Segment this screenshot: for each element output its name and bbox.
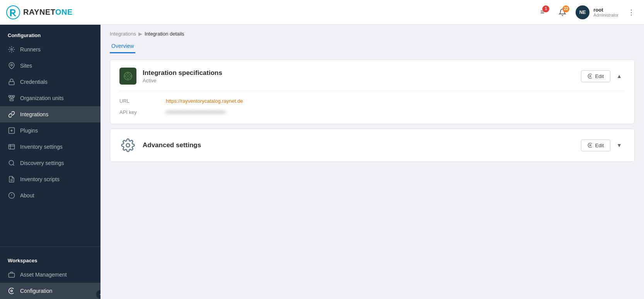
credentials-icon [8, 78, 15, 86]
svg-point-2 [11, 64, 13, 66]
breadcrumb: Integrations ▶ Integration details [101, 25, 644, 37]
sidebar-item-integrations[interactable]: Integrations [0, 106, 101, 122]
logo-icon [6, 5, 20, 19]
advanced-settings-card: Advanced settings Edit ▼ [110, 129, 635, 162]
sidebar-label-configuration: Configuration [20, 288, 52, 294]
sidebar-label-inventory-scripts: Inventory scripts [20, 176, 60, 182]
svg-rect-7 [10, 99, 14, 101]
specs-title: Integration specifications [143, 69, 222, 77]
user-name: root [593, 7, 618, 13]
url-value: https://rayventorycatalog.raynet.de [166, 97, 625, 105]
sidebar-label-plugins: Plugins [20, 127, 38, 134]
svg-rect-9 [9, 144, 15, 149]
card-header-specs: Integration specifications Active Edit ▲ [119, 68, 625, 85]
integrations-icon [8, 110, 15, 118]
card-title-area-specs: Integration specifications Active [119, 68, 222, 85]
plugins-icon [8, 127, 15, 134]
notifications-btn[interactable]: 22 [555, 5, 569, 19]
avatar: NE [576, 5, 589, 19]
logo: RAYNETONE [6, 5, 73, 19]
user-role: Administrator [593, 13, 618, 17]
sidebar-item-sites[interactable]: Sites [0, 58, 101, 74]
collapse-specs-btn[interactable]: ▲ [613, 70, 625, 82]
edit-specs-btn[interactable]: Edit [581, 70, 610, 82]
asset-management-icon [8, 271, 15, 279]
sidebar-item-asset-management[interactable]: Asset Management [0, 267, 101, 283]
content-area: Integrations ▶ Integration details Overv… [101, 25, 644, 299]
sidebar-item-inventory-scripts[interactable]: Inventory scripts [0, 171, 101, 187]
sidebar-item-about[interactable]: About [0, 187, 101, 204]
configuration-section-title: Configuration [0, 25, 101, 41]
svg-rect-5 [11, 95, 13, 97]
main-layout: Configuration Runners Sites Credentials … [0, 25, 644, 299]
integration-icon [119, 68, 136, 85]
edit-advanced-btn[interactable]: Edit [581, 139, 610, 151]
tabs-area: Overview [101, 37, 644, 53]
card-header-advanced: Advanced settings Edit ▼ [119, 137, 625, 154]
user-menu[interactable]: NE root Administrator [576, 5, 618, 19]
menu-icon-btn[interactable]: ≡ 1 [535, 5, 549, 19]
app-header: RAYNETONE ≡ 1 22 NE root Administrator ⋮ [0, 0, 644, 25]
sidebar-item-discovery-settings[interactable]: Discovery settings [0, 155, 101, 171]
sidebar-label-org-units: Organization units [20, 95, 64, 101]
card-body-specs: URL https://rayventorycatalog.raynet.de … [119, 91, 625, 116]
card-header-right-advanced: Edit ▼ [581, 139, 625, 151]
workspaces-section-title: Workspaces [0, 250, 101, 267]
cards-area: Integration specifications Active Edit ▲… [101, 53, 644, 299]
sidebar-item-runners[interactable]: Runners [0, 41, 101, 58]
sidebar-label-discovery-settings: Discovery settings [20, 160, 64, 166]
sidebar: Configuration Runners Sites Credentials … [0, 25, 101, 299]
svg-rect-4 [9, 95, 11, 97]
gear-icon [588, 73, 593, 79]
integration-specs-card: Integration specifications Active Edit ▲… [110, 59, 635, 124]
runners-icon [8, 46, 15, 53]
svg-point-21 [127, 75, 129, 77]
configuration-icon [8, 287, 15, 295]
svg-rect-3 [9, 82, 14, 85]
sidebar-label-integrations: Integrations [20, 111, 48, 117]
sidebar-item-org-units[interactable]: Organization units [0, 90, 101, 106]
sidebar-label-about: About [20, 192, 34, 199]
edit-specs-label: Edit [595, 73, 604, 79]
card-header-right-specs: Edit ▲ [581, 70, 625, 82]
advanced-title: Advanced settings [143, 141, 201, 149]
edit-advanced-label: Edit [595, 143, 604, 148]
card-title-text-advanced: Advanced settings [143, 141, 201, 149]
header-actions: ≡ 1 22 NE root Administrator ⋮ [535, 5, 638, 19]
svg-point-22 [589, 75, 591, 77]
sidebar-label-credentials: Credentials [20, 79, 48, 85]
sidebar-item-plugins[interactable]: Plugins [0, 122, 101, 139]
tab-overview[interactable]: Overview [110, 40, 135, 53]
svg-point-10 [9, 160, 14, 165]
specs-subtitle: Active [143, 78, 222, 83]
gear-icon-2 [588, 143, 593, 148]
inventory-settings-icon [8, 143, 15, 151]
workspaces-section: Workspaces Asset Management Configuratio… [0, 246, 101, 299]
settings-card-icon [119, 137, 136, 154]
about-icon [8, 192, 15, 199]
svg-point-24 [589, 144, 591, 146]
svg-rect-6 [13, 95, 15, 97]
app-title: RAYNETONE [23, 8, 73, 17]
org-units-icon [8, 94, 15, 102]
sidebar-label-inventory-settings: Inventory settings [20, 144, 63, 150]
user-info: root Administrator [593, 7, 618, 17]
inventory-scripts-icon [8, 175, 15, 183]
svg-point-23 [126, 144, 130, 147]
svg-point-1 [11, 49, 13, 51]
svg-rect-16 [9, 273, 15, 277]
expand-advanced-btn[interactable]: ▼ [613, 139, 625, 151]
api-key-label: API key [119, 109, 166, 116]
breadcrumb-parent[interactable]: Integrations [110, 31, 136, 37]
notification-badge: 22 [562, 5, 569, 12]
card-title-text-specs: Integration specifications Active [143, 69, 222, 83]
breadcrumb-arrow: ▶ [138, 31, 142, 37]
sidebar-item-configuration[interactable]: Configuration [0, 283, 101, 299]
more-options-btn[interactable]: ⋮ [625, 7, 638, 18]
sidebar-item-credentials[interactable]: Credentials [0, 74, 101, 90]
menu-badge: 1 [542, 5, 549, 12]
url-label: URL [119, 97, 166, 105]
sidebar-label-runners: Runners [20, 46, 41, 53]
sidebar-item-inventory-settings[interactable]: Inventory settings [0, 139, 101, 155]
card-title-area-advanced: Advanced settings [119, 137, 201, 154]
